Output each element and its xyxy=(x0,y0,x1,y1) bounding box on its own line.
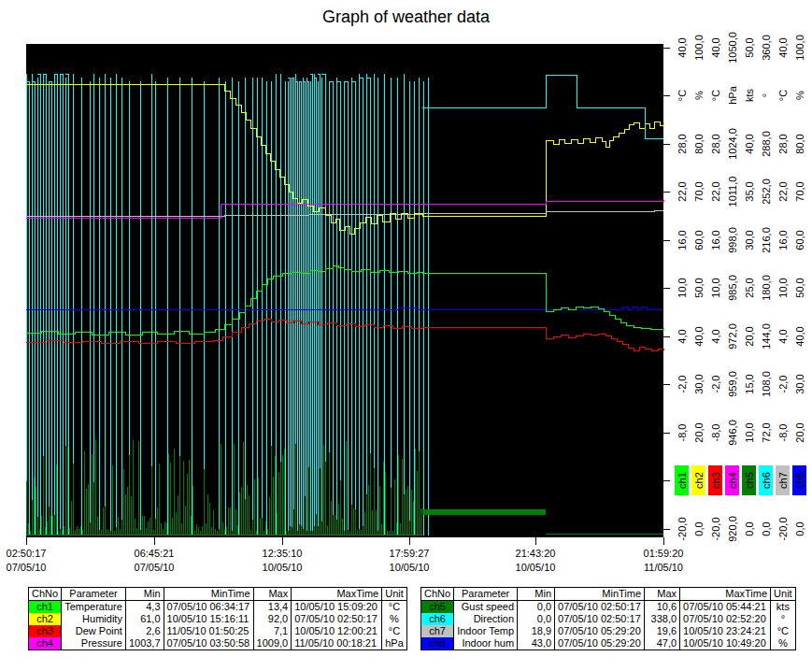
table-row-ch4: ch4Pressure1003,707/05/10 03:50:581009,0… xyxy=(29,637,407,650)
y-axis-label: 40,0 xyxy=(777,37,789,57)
y-axis-label: °C xyxy=(710,90,721,101)
cell: 47,0 xyxy=(645,637,680,650)
y-axis-label: kts xyxy=(744,88,755,102)
legend-label-ch6: ch6 xyxy=(761,472,772,489)
cell: 0,0 xyxy=(518,613,555,625)
table-header-mintime: MinTime xyxy=(164,588,253,601)
x-tick-date: 11/05/10 xyxy=(644,562,683,573)
cell: 19,6 xyxy=(645,625,680,637)
y-axis-label: 50,0 xyxy=(744,37,755,57)
y-axis-label: -8,0 xyxy=(777,424,789,442)
y-axis-label: 50,0 xyxy=(693,278,705,297)
table-header-parameter: Parameter xyxy=(454,588,518,601)
y-axis-label: 4,0 xyxy=(677,329,688,343)
channel-badge-ch2: ch2 xyxy=(29,613,62,625)
y-axis-label: 80,0 xyxy=(794,134,805,153)
table-header-maxtime: MaxTime xyxy=(292,588,382,601)
table-header-row: ChNoParameterMinMinTimeMaxMaxTimeUnit xyxy=(29,588,407,601)
cell: Gust speed xyxy=(454,601,518,614)
cell: °C xyxy=(382,625,407,637)
y-axis-label: 40,0 xyxy=(693,326,705,346)
x-tick-time: 17:59:27 xyxy=(390,548,430,559)
y-axis-label: °C xyxy=(777,90,789,101)
cell: hPa xyxy=(382,637,407,650)
x-tick-date: 10/05/10 xyxy=(390,562,430,573)
y-axis-label: 70,0 xyxy=(794,181,805,201)
y-axis-label: 20,0 xyxy=(794,422,805,442)
minmax-table-right: ChNoParameterMinMinTimeMaxMaxTimeUnitch5… xyxy=(420,587,796,650)
cell: 10/05/10 12:00:21 xyxy=(292,625,382,637)
table-header-max: Max xyxy=(253,588,292,601)
table-header-maxtime: MaxTime xyxy=(680,588,771,601)
cell: % xyxy=(382,613,407,625)
y-axis-label: 10,0 xyxy=(710,278,721,297)
channel-badge-ch8: ch8 xyxy=(421,637,454,650)
table-header-row: ChNoParameterMinMinTimeMaxMaxTimeUnit xyxy=(421,588,796,601)
x-tick-time: 12:35:10 xyxy=(263,548,303,559)
cell: 4,3 xyxy=(125,601,164,614)
cell: 10/05/10 15:16:11 xyxy=(164,613,253,625)
cell: °C xyxy=(771,625,796,637)
right-axis: 40,0100,040,01050,050,0360,040,0100,0°C%… xyxy=(663,32,806,542)
table-row-ch3: ch3Dew Point2,611/05/10 01:50:257,110/05… xyxy=(29,625,407,637)
y-axis-label: 28,0 xyxy=(777,134,789,153)
y-axis-label: 0,0 xyxy=(744,521,755,535)
channel-badge-ch5: ch5 xyxy=(421,601,454,614)
cell: 13,4 xyxy=(253,601,292,614)
y-axis-label: 30,0 xyxy=(744,230,755,250)
y-axis-label: 30,0 xyxy=(693,374,705,393)
y-axis-label: 15,0 xyxy=(744,374,755,393)
legend-label-ch2: ch2 xyxy=(693,472,705,489)
table-header-unit: Unit xyxy=(382,588,407,601)
table-row-ch6: ch6Direction0,007/05/10 02:50:17338,007/… xyxy=(421,613,796,625)
table-header-mintime: MinTime xyxy=(555,588,645,601)
cell: Indoor hum xyxy=(454,637,518,650)
y-axis-label: % xyxy=(693,91,705,100)
y-axis-label: 35,0 xyxy=(744,181,755,201)
cell: % xyxy=(771,637,796,650)
y-axis-label: 28,0 xyxy=(677,134,688,153)
y-axis-label: ° xyxy=(761,93,772,97)
cell: 07/05/10 02:52:20 xyxy=(680,613,771,625)
cell: 07/05/10 05:44:21 xyxy=(680,601,771,614)
cell: Pressure xyxy=(62,637,126,650)
y-axis-label: 16,0 xyxy=(677,230,688,250)
cell: 11/05/10 01:50:25 xyxy=(164,625,253,637)
table-row-ch7: ch7Indoor Temp18,907/05/10 05:29:2019,61… xyxy=(421,625,796,637)
cell: 43,0 xyxy=(518,637,555,650)
cell: Indoor Temp xyxy=(454,625,518,637)
y-axis-label: 16,0 xyxy=(777,230,789,250)
table-header-unit: Unit xyxy=(771,588,796,601)
x-tick-time: 01:59:20 xyxy=(644,548,684,559)
y-axis-label: 20,0 xyxy=(693,422,705,442)
cell: 338,0 xyxy=(645,613,680,625)
cell: 10/05/10 23:24:21 xyxy=(680,625,771,637)
y-axis-label: % xyxy=(794,91,805,100)
y-axis-label: 10,0 xyxy=(744,422,755,442)
y-axis-label: -20,0 xyxy=(677,517,688,540)
y-axis-label: -20,0 xyxy=(777,517,789,540)
y-axis-label: 108,0 xyxy=(761,371,772,397)
cell: Dew Point xyxy=(62,625,126,637)
cell: 07/05/10 05:29:20 xyxy=(555,637,645,650)
y-axis-label: 0,0 xyxy=(761,521,772,535)
y-axis-label: 40,0 xyxy=(677,37,688,57)
minmax-table-left: ChNoParameterMinMinTimeMaxMaxTimeUnitch1… xyxy=(28,587,407,650)
y-axis-label: 28,0 xyxy=(710,134,721,153)
y-axis-label: 70,0 xyxy=(693,181,705,201)
y-axis-label: 60,0 xyxy=(693,230,705,250)
y-axis-label: 1024,0 xyxy=(727,128,738,160)
y-axis-label: 252,0 xyxy=(761,178,772,205)
y-axis-label: 25,0 xyxy=(744,278,755,297)
cell: 07/05/10 02:50:17 xyxy=(292,613,382,625)
legend-label-ch5: ch5 xyxy=(744,472,755,489)
cell: Temperature xyxy=(62,601,126,614)
legend-label-ch7: ch7 xyxy=(777,472,789,489)
y-axis-label: 40,0 xyxy=(744,134,755,153)
cell: 0,0 xyxy=(518,601,555,614)
table-row-ch2: ch2Humidity61,010/05/10 15:16:1192,007/0… xyxy=(29,613,407,625)
y-axis-label: -20,0 xyxy=(710,517,721,540)
table-header-max: Max xyxy=(645,588,680,601)
y-axis-label: 16,0 xyxy=(710,230,721,250)
channel-badge-ch6: ch6 xyxy=(421,613,454,625)
